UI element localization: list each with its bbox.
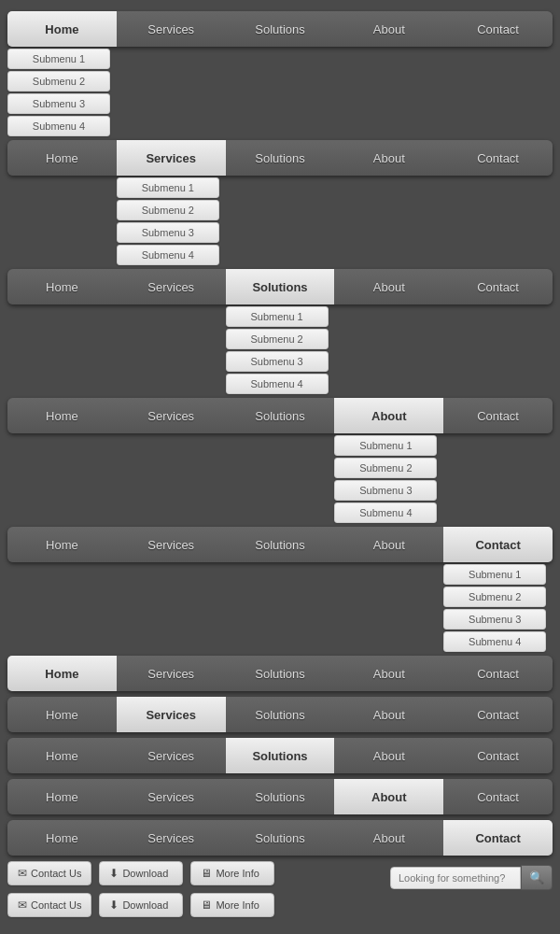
submenu-item[interactable]: Submenu 3 [443,609,546,630]
submenu-item[interactable]: Submenu 2 [7,71,110,92]
submenu-item[interactable]: Submenu 2 [334,458,437,478]
nav-about-10[interactable]: About [334,820,443,856]
nav-services-4[interactable]: Services [117,398,226,433]
navbar-2: Home Services Solutions About Contact [7,140,553,176]
contact-us-button-2[interactable]: ✉ Contact Us [7,893,91,917]
nav-about-1[interactable]: About [334,11,443,47]
nav-services-9[interactable]: Services [117,779,226,814]
nav-contact-5[interactable]: Contact [443,527,553,562]
nav-contact-6[interactable]: Contact [443,656,553,691]
search-input[interactable] [390,867,521,889]
navbar-6: Home Services Solutions About Contact [7,656,553,691]
submenu-item[interactable]: Submenu 4 [117,245,219,265]
nav-about-9[interactable]: About [334,779,443,814]
submenu-item[interactable]: Submenu 3 [334,480,437,501]
nav-contact-4[interactable]: Contact [443,398,553,433]
nav-solutions-1[interactable]: Solutions [226,11,335,47]
submenu-item[interactable]: Submenu 1 [7,49,110,69]
nav-home-5[interactable]: Home [7,527,117,562]
submenu-item[interactable]: Submenu 1 [443,564,546,585]
nav-solutions-7[interactable]: Solutions [226,697,335,732]
submenu-item[interactable]: Submenu 1 [334,435,437,456]
dropdown-home-1: Submenu 1 Submenu 2 Submenu 3 Submenu 4 [7,47,110,136]
nav-contact-10[interactable]: Contact [443,820,553,856]
download-button-2[interactable]: ⬇ Download [99,893,183,917]
submenu-item[interactable]: Submenu 1 [226,306,329,327]
nav-about-6[interactable]: About [334,656,443,691]
nav-services-7[interactable]: Services [117,697,226,732]
button-row-1: ✉ Contact Us ⬇ Download 🖥 More Info [7,861,274,885]
more-info-button-2[interactable]: 🖥 More Info [190,893,274,917]
nav-services-2[interactable]: Services [117,140,226,176]
nav-about-5[interactable]: About [334,527,443,562]
more-info-button-1[interactable]: 🖥 More Info [190,861,274,885]
nav-home-4[interactable]: Home [7,398,117,433]
nav-home-8[interactable]: Home [7,738,117,773]
navbar-8: Home Services Solutions About Contact [7,738,553,773]
nav-about-7[interactable]: About [334,697,443,732]
submenu-item[interactable]: Submenu 3 [226,351,329,372]
nav-about-8[interactable]: About [334,738,443,773]
navbar-5: Home Services Solutions About Contact [7,527,553,562]
nav-solutions-8[interactable]: Solutions [226,738,335,773]
search-button[interactable]: 🔍 [521,865,553,890]
submenu-item[interactable]: Submenu 3 [117,222,219,243]
contact-us-label-2: Contact Us [31,899,81,911]
submenu-item[interactable]: Submenu 2 [117,200,219,220]
nav-about-4[interactable]: About [334,398,443,433]
more-info-label-1: More Info [216,868,259,879]
nav-contact-9[interactable]: Contact [443,779,553,814]
download-button-1[interactable]: ⬇ Download [99,861,183,885]
nav-solutions-10[interactable]: Solutions [226,820,335,856]
nav-solutions-6[interactable]: Solutions [226,656,335,691]
download-label-1: Download [122,868,168,879]
submenu-item[interactable]: Submenu 4 [226,374,329,394]
button-row-2: ✉ Contact Us ⬇ Download 🖥 More Info [7,893,274,917]
nav-services-10[interactable]: Services [117,820,226,856]
nav-about-2[interactable]: About [334,140,443,176]
submenu-item[interactable]: Submenu 4 [443,631,546,652]
nav-contact-2[interactable]: Contact [443,140,553,176]
nav-home-6[interactable]: Home [7,656,117,691]
more-info-icon-2: 🖥 [201,899,212,912]
nav-contact-8[interactable]: Contact [443,738,553,773]
nav-solutions-2[interactable]: Solutions [226,140,335,176]
nav-home-2[interactable]: Home [7,140,117,176]
nav-home-3[interactable]: Home [7,269,117,304]
navbar-3: Home Services Solutions About Contact [7,269,553,304]
submenu-item[interactable]: Submenu 4 [7,116,110,136]
contact-icon-2: ✉ [18,899,27,912]
nav-contact-7[interactable]: Contact [443,697,553,732]
nav-home-10[interactable]: Home [7,820,117,856]
download-label-2: Download [122,899,168,911]
nav-solutions-5[interactable]: Solutions [226,527,335,562]
navbar-7: Home Services Solutions About Contact [7,697,553,732]
nav-contact-3[interactable]: Contact [443,269,553,304]
nav-solutions-9[interactable]: Solutions [226,779,335,814]
submenu-item[interactable]: Submenu 2 [443,587,546,607]
dropdown-solutions-3: Submenu 1 Submenu 2 Submenu 3 Submenu 4 [226,304,329,394]
nav-solutions-4[interactable]: Solutions [226,398,335,433]
submenu-item[interactable]: Submenu 4 [334,502,437,523]
nav-services-1[interactable]: Services [117,11,226,47]
nav-contact-1[interactable]: Contact [443,11,553,47]
nav-services-8[interactable]: Services [117,738,226,773]
submenu-item[interactable]: Submenu 1 [117,177,219,198]
search-area: 🔍 [390,865,553,890]
nav-services-5[interactable]: Services [117,527,226,562]
nav-home-1[interactable]: Home [7,11,117,47]
nav-services-6[interactable]: Services [117,656,226,691]
nav-home-7[interactable]: Home [7,697,117,732]
navbar-1: Home Services Solutions About Contact [7,11,553,47]
contact-us-label-1: Contact Us [31,868,81,879]
submenu-item[interactable]: Submenu 3 [7,93,110,114]
navbar-9: Home Services Solutions About Contact [7,779,553,814]
nav-solutions-3[interactable]: Solutions [226,269,335,304]
submenu-item[interactable]: Submenu 2 [226,329,329,349]
nav-about-3[interactable]: About [334,269,443,304]
dropdown-services-2: Submenu 1 Submenu 2 Submenu 3 Submenu 4 [117,176,219,265]
nav-home-9[interactable]: Home [7,779,117,814]
more-info-icon-1: 🖥 [201,867,212,880]
contact-us-button-1[interactable]: ✉ Contact Us [7,861,91,885]
nav-services-3[interactable]: Services [117,269,226,304]
